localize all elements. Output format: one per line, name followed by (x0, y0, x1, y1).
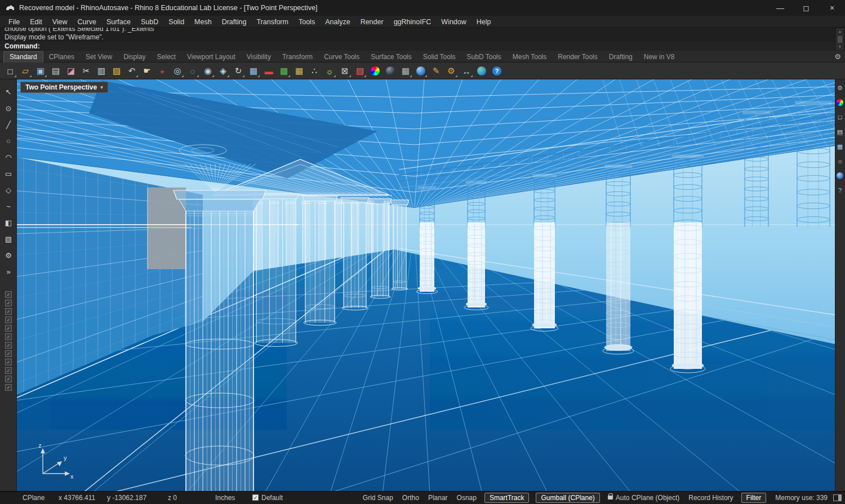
menu-item-ggrhinoifc[interactable]: ggRhinoIFC (389, 18, 437, 26)
tab-mesh-tools[interactable]: Mesh Tools (507, 52, 552, 63)
polyline-icon[interactable]: ╱ (3, 119, 14, 130)
status-toggle-planar[interactable]: Planar (428, 494, 448, 502)
status-toggle-grid-snap[interactable]: Grid Snap (363, 494, 393, 502)
status-toggle-ortho[interactable]: Ortho (402, 494, 419, 502)
tab-cplanes[interactable]: CPlanes (43, 52, 80, 63)
dimension-icon[interactable]: ↔ (460, 64, 473, 78)
gear-icon[interactable]: ⚙ (3, 249, 14, 261)
help-panel-icon[interactable]: ? (836, 186, 844, 194)
tab-set-view[interactable]: Set View (80, 52, 118, 63)
rail-toggle-4[interactable]: ✓ (5, 316, 12, 323)
rotate-view-icon[interactable]: ↻ (232, 64, 245, 78)
polygon-icon[interactable]: ◇ (3, 184, 14, 195)
eraser-icon[interactable]: ◪ (64, 64, 78, 78)
minimize-button[interactable]: — (767, 0, 793, 16)
status-cplane-pane[interactable]: CPlane (23, 494, 59, 502)
rail-toggle-7[interactable]: ✓ (5, 342, 12, 349)
menu-item-window[interactable]: Window (436, 18, 471, 26)
wireframe-mesh-icon[interactable]: ▦ (399, 64, 412, 78)
lock-objects-icon[interactable]: ⊠ (338, 64, 352, 78)
close-button[interactable]: × (819, 0, 845, 16)
help-icon[interactable]: ? (490, 64, 504, 78)
viewport-canvas[interactable]: zxy (17, 79, 835, 491)
status-toggle-record-history[interactable]: Record History (688, 494, 733, 502)
light-icon[interactable]: ☼ (323, 64, 336, 78)
rail-toggle-11[interactable]: ✓ (5, 376, 12, 382)
status-toggle-gumball-cplane[interactable]: Gumball (CPlane) (536, 493, 599, 503)
command-prompt[interactable]: Command: (0, 42, 40, 50)
menu-item-tools[interactable]: Tools (293, 18, 320, 26)
menu-item-subd[interactable]: SubD (136, 18, 163, 26)
tab-viewport-layout[interactable]: Viewport Layout (181, 52, 241, 63)
curve-icon[interactable]: ~ (3, 200, 14, 212)
point-icon[interactable]: ⊙ (3, 102, 14, 114)
scrollbar-thumb[interactable] (838, 36, 842, 43)
render-blue-sphere-icon[interactable] (414, 64, 428, 78)
menu-item-drafting[interactable]: Drafting (217, 18, 252, 26)
cut-icon[interactable]: ✂ (79, 64, 93, 78)
menu-item-analyze[interactable]: Analyze (320, 18, 355, 26)
tab-render-tools[interactable]: Render Tools (552, 52, 603, 63)
surface-icon[interactable]: ◧ (3, 217, 14, 228)
zoom-window-icon[interactable]: ◌ (186, 64, 199, 78)
scroll-up-icon[interactable]: ▲ (838, 29, 842, 34)
tab-surface-tools[interactable]: Surface Tools (365, 52, 417, 63)
point-cloud-icon[interactable]: ∴ (308, 64, 321, 78)
rail-toggle-9[interactable]: ✓ (5, 359, 12, 365)
status-panel-icon[interactable] (833, 494, 842, 501)
menu-item-surface[interactable]: Surface (101, 18, 136, 26)
menu-item-view[interactable]: View (47, 18, 73, 26)
solid-icon[interactable]: ▧ (3, 233, 14, 244)
tab-display[interactable]: Display (118, 52, 151, 63)
undo-icon[interactable]: ↶ (125, 64, 139, 78)
materials-colorwheel-icon[interactable] (836, 99, 844, 106)
units-pane[interactable]: Inches (215, 494, 252, 502)
menu-item-solid[interactable]: Solid (163, 18, 189, 26)
print-icon[interactable]: ▤ (49, 64, 63, 78)
status-toggle-osnap[interactable]: Osnap (457, 494, 477, 502)
rail-toggle-6[interactable]: ✓ (5, 333, 12, 340)
viewport-layout-icon[interactable]: ▦ (247, 64, 260, 78)
snap-grid-icon[interactable]: ▦ (292, 64, 306, 78)
rail-toggle-12[interactable]: ✓ (5, 384, 12, 391)
tab-options-gear-icon[interactable]: ⚙ (834, 52, 841, 61)
viewport-title-dropdown[interactable]: Two Point Perspective ▾ (20, 82, 108, 93)
rail-toggle-10[interactable]: ✓ (5, 367, 12, 374)
viewport[interactable]: zxy Two Point Perspective ▾ (17, 79, 835, 491)
rail-toggle-1[interactable]: ✓ (5, 291, 12, 298)
copy-icon[interactable]: ▥ (95, 64, 108, 78)
panel-gear-icon[interactable]: ⚙ (836, 84, 844, 92)
render-dark-sphere-icon[interactable] (384, 64, 397, 78)
paste-icon[interactable]: ▨ (110, 64, 123, 78)
tab-visibility[interactable]: Visibility (241, 52, 277, 63)
maximize-button[interactable]: ◻ (793, 0, 819, 16)
rectangle-icon[interactable]: ▭ (3, 168, 14, 179)
rail-toggle-8[interactable]: ✓ (5, 350, 12, 357)
tab-standard[interactable]: Standard (3, 51, 43, 63)
save-icon[interactable]: ▣ (34, 64, 47, 78)
more-chevrons-icon[interactable]: » (3, 266, 14, 277)
named-view-car-icon[interactable]: ▬ (262, 64, 275, 78)
color-wheel-icon[interactable] (368, 64, 382, 78)
menu-item-help[interactable]: Help (472, 18, 496, 26)
command-prompt-row[interactable]: Command: (0, 42, 845, 51)
zoom-extents-icon[interactable]: ◈ (216, 64, 230, 78)
tab-solid-tools[interactable]: Solid Tools (417, 52, 461, 63)
menu-item-render[interactable]: Render (355, 18, 389, 26)
layers-panel-icon[interactable]: ▤ (836, 128, 844, 136)
scroll-down-icon[interactable]: ▼ (838, 44, 842, 49)
arc-icon[interactable]: ◠ (3, 151, 14, 163)
menu-item-edit[interactable]: Edit (25, 18, 47, 26)
status-toggle-filter[interactable]: Filter (741, 493, 767, 503)
menu-item-transform[interactable]: Transform (251, 18, 293, 26)
layer-tools-icon[interactable]: ▧ (353, 64, 367, 78)
properties-panel-icon[interactable]: □ (836, 113, 844, 121)
rail-toggle-5[interactable]: ✓ (5, 325, 12, 332)
tab-curve-tools[interactable]: Curve Tools (318, 52, 365, 63)
layer-pane[interactable]: ✓Default (252, 494, 283, 502)
status-toggle-auto-cplane-object[interactable]: Auto CPlane (Object) (608, 494, 679, 502)
pan-hand-icon[interactable]: ☛ (140, 64, 154, 78)
rail-toggle-2[interactable]: ✓ (5, 300, 12, 306)
tab-drafting[interactable]: Drafting (603, 52, 638, 63)
display-panel-icon[interactable]: ▦ (836, 142, 844, 150)
